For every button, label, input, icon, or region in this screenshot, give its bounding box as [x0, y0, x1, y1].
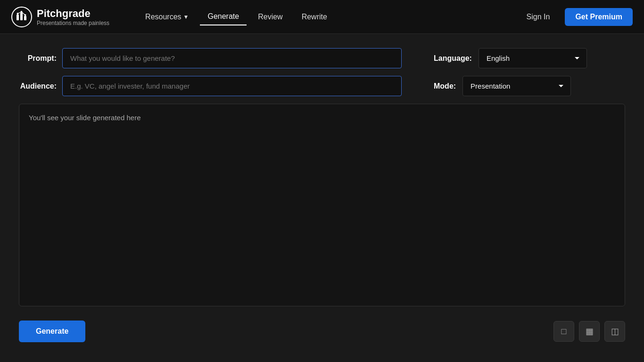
logo-icon: [11, 7, 32, 27]
audience-label: Audience:: [19, 82, 57, 90]
nav-rewrite[interactable]: Rewrite: [294, 9, 335, 25]
language-label: Language:: [434, 54, 472, 63]
generate-button[interactable]: Generate: [19, 321, 85, 342]
layout-icon: ◫: [611, 326, 619, 337]
mode-select[interactable]: Presentation Document Report: [462, 76, 571, 96]
app-subtitle: Presentations made painless: [37, 20, 109, 26]
audience-input[interactable]: [62, 76, 402, 96]
chevron-down-icon: ▼: [183, 14, 189, 20]
bottom-icon-bar: □ ▦ ◫: [553, 321, 625, 342]
layout-icon-button[interactable]: ◫: [604, 321, 625, 342]
bar-chart-icon: ▦: [586, 326, 594, 337]
svg-rect-2: [24, 16, 26, 20]
nav-generate[interactable]: Generate: [200, 8, 247, 25]
logo-area: Pitchgrade Presentations made painless: [11, 7, 109, 27]
copy-icon-button[interactable]: □: [553, 321, 574, 342]
nav-review[interactable]: Review: [250, 9, 290, 25]
prompt-label: Prompt:: [19, 54, 57, 63]
copy-icon: □: [561, 327, 567, 337]
app-title: Pitchgrade: [37, 8, 109, 20]
chart-icon-button[interactable]: ▦: [579, 321, 600, 342]
preview-area: You'll see your slide generated here: [19, 104, 625, 306]
preview-placeholder: You'll see your slide generated here: [29, 114, 140, 122]
mode-label: Mode:: [434, 82, 456, 90]
prompt-input[interactable]: [62, 48, 402, 68]
nav-resources[interactable]: Resources ▼: [138, 9, 196, 25]
language-select[interactable]: English Spanish French German Chinese Ja…: [479, 48, 587, 68]
main-nav: Resources ▼ Generate Review Rewrite: [138, 8, 517, 25]
svg-rect-1: [20, 13, 23, 20]
sign-in-button[interactable]: Sign In: [517, 9, 560, 25]
svg-rect-0: [17, 15, 19, 20]
get-premium-button[interactable]: Get Premium: [565, 8, 633, 26]
